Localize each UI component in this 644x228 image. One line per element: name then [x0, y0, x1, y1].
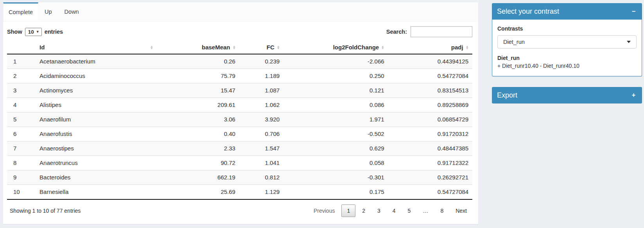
- export-box-header: Export +: [492, 87, 642, 103]
- id-cell: Anaerofilum: [36, 112, 157, 127]
- dropdown-caret-icon: [627, 41, 631, 43]
- search-control: Search:: [386, 26, 472, 37]
- tab-down[interactable]: Down: [58, 2, 85, 21]
- row-index-cell: 7: [7, 141, 36, 156]
- basemean-cell: 209.61: [157, 98, 239, 112]
- export-box: Export +: [492, 87, 642, 103]
- contrast-box-title: Select your contrast: [497, 3, 559, 20]
- id-cell: Actinomyces: [36, 83, 157, 98]
- sort-icon[interactable]: ▲▼: [150, 45, 153, 49]
- results-table: Id ▲▼ baseMean ▲▼ FC ▲▼: [7, 41, 472, 200]
- fc-cell: 1.129: [239, 185, 283, 200]
- table-header-row: Id ▲▼ baseMean ▲▼ FC ▲▼: [7, 41, 472, 54]
- table-info: Showing 1 to 10 of 77 entries: [7, 208, 81, 214]
- basemean-cell: 2.33: [157, 141, 239, 156]
- tab-complete[interactable]: Complete: [3, 2, 38, 21]
- padj-cell: 0.89258869: [388, 98, 472, 112]
- tab-up[interactable]: Up: [38, 2, 58, 21]
- header-padj[interactable]: padj ▲▼: [388, 41, 472, 54]
- id-cell: Bacteroides: [36, 170, 157, 185]
- pagination-next[interactable]: Next: [450, 204, 472, 217]
- row-index-cell: 5: [7, 112, 36, 127]
- contrast-box-body: Contrasts Diet_run Diet_run + Diet_runr1…: [492, 20, 642, 76]
- contrast-select[interactable]: Diet_run: [497, 35, 637, 49]
- sort-icon[interactable]: ▲▼: [233, 45, 235, 49]
- header-basemean[interactable]: baseMean ▲▼: [157, 41, 239, 54]
- fc-cell: 3.920: [239, 112, 283, 127]
- header-id[interactable]: Id ▲▼: [36, 41, 157, 54]
- id-cell: Acetanaerobacterium: [36, 54, 157, 69]
- table-row: 9Bacteroides662.190.812-0.3010.26292721: [7, 170, 472, 185]
- table-row: 3Actinomyces15.471.0870.1210.83154513: [7, 83, 472, 98]
- header-fc-label: FC: [267, 44, 274, 51]
- contrast-box-header: Select your contrast −: [492, 3, 642, 20]
- show-label: Show: [7, 29, 22, 35]
- pagination-page-3[interactable]: 3: [372, 204, 386, 217]
- header-fc[interactable]: FC ▲▼: [239, 41, 283, 54]
- page-length-select[interactable]: 10 ▼: [25, 28, 42, 36]
- pagination-page-4[interactable]: 4: [387, 204, 401, 217]
- id-cell: Acidaminococcus: [36, 69, 157, 83]
- sort-icon[interactable]: ▲▼: [466, 45, 468, 49]
- id-cell: Barnesiella: [36, 185, 157, 200]
- header-log2foldchange-label: log2FoldChange: [333, 44, 379, 51]
- pagination-page-2[interactable]: 2: [357, 204, 371, 217]
- log2foldchange-cell: 0.121: [283, 83, 388, 98]
- fc-cell: 1.087: [239, 83, 283, 98]
- tab-bar: Complete Up Down: [3, 2, 478, 22]
- fc-cell: 1.062: [239, 98, 283, 112]
- pagination-page-1[interactable]: 1: [341, 204, 355, 217]
- basemean-cell: 0.40: [157, 127, 239, 141]
- pagination-page-8[interactable]: 8: [435, 204, 449, 217]
- table-body: 1Acetanaerobacterium0.260.239-2.0660.443…: [7, 54, 472, 199]
- row-index-cell: 2: [7, 69, 36, 83]
- expand-icon[interactable]: +: [630, 91, 637, 99]
- basemean-cell: 662.19: [157, 170, 239, 185]
- table-row: 10Barnesiella25.691.1290.1750.54727084: [7, 185, 472, 200]
- header-log2foldchange[interactable]: log2FoldChange ▲▼: [283, 41, 388, 54]
- header-rownum: [7, 41, 36, 54]
- table-row: 8Anaerotruncus90.721.0410.0580.91712322: [7, 156, 472, 170]
- sort-icon[interactable]: ▲▼: [381, 45, 384, 49]
- fc-cell: 1.041: [239, 156, 283, 170]
- basemean-cell: 90.72: [157, 156, 239, 170]
- basemean-cell: 75.79: [157, 69, 239, 83]
- basemean-cell: 25.69: [157, 185, 239, 200]
- log2foldchange-cell: -0.301: [283, 170, 388, 185]
- sort-icon[interactable]: ▲▼: [277, 45, 280, 49]
- padj-cell: 0.26292721: [388, 170, 472, 185]
- export-box-title: Export: [497, 87, 517, 103]
- log2foldchange-cell: 0.629: [283, 141, 388, 156]
- contrast-formula: + Diet_runr10.40 - Diet_runr40.10: [497, 63, 637, 69]
- search-input[interactable]: [411, 26, 472, 37]
- entries-label: entries: [45, 29, 63, 35]
- log2foldchange-cell: 0.086: [283, 98, 388, 112]
- table-row: 6Anaerofustis0.400.706-0.5020.91720312: [7, 127, 472, 141]
- table-row: 7Anaerostipes2.331.5470.6290.48447385: [7, 141, 472, 156]
- header-id-label: Id: [39, 44, 45, 51]
- pagination-page-5[interactable]: 5: [402, 204, 416, 217]
- id-cell: Anaerotruncus: [36, 156, 157, 170]
- pagination-pages: 12345…8: [340, 204, 449, 217]
- fc-cell: 1.547: [239, 141, 283, 156]
- padj-cell: 0.91712322: [388, 156, 472, 170]
- id-cell: Anaerostipes: [36, 141, 157, 156]
- fc-cell: 0.812: [239, 170, 283, 185]
- pagination-previous[interactable]: Previous: [308, 204, 340, 217]
- padj-cell: 0.83154513: [388, 83, 472, 98]
- contrast-select-value: Diet_run: [503, 39, 525, 45]
- collapse-icon[interactable]: −: [630, 7, 637, 15]
- basemean-cell: 15.47: [157, 83, 239, 98]
- table-row: 1Acetanaerobacterium0.260.239-2.0660.443…: [7, 54, 472, 69]
- pagination-ellipsis: …: [417, 204, 434, 217]
- table-row: 2Acidaminococcus75.791.1890.2500.5472708…: [7, 69, 472, 83]
- log2foldchange-cell: 0.058: [283, 156, 388, 170]
- fc-cell: 1.189: [239, 69, 283, 83]
- table-row: 4Alistipes209.611.0620.0860.89258869: [7, 98, 472, 112]
- row-index-cell: 9: [7, 170, 36, 185]
- id-cell: Alistipes: [36, 98, 157, 112]
- basemean-cell: 0.26: [157, 54, 239, 69]
- padj-cell: 0.48447385: [388, 141, 472, 156]
- padj-cell: 0.54727084: [388, 185, 472, 200]
- table-row: 5Anaerofilum3.063.9201.9710.06854729: [7, 112, 472, 127]
